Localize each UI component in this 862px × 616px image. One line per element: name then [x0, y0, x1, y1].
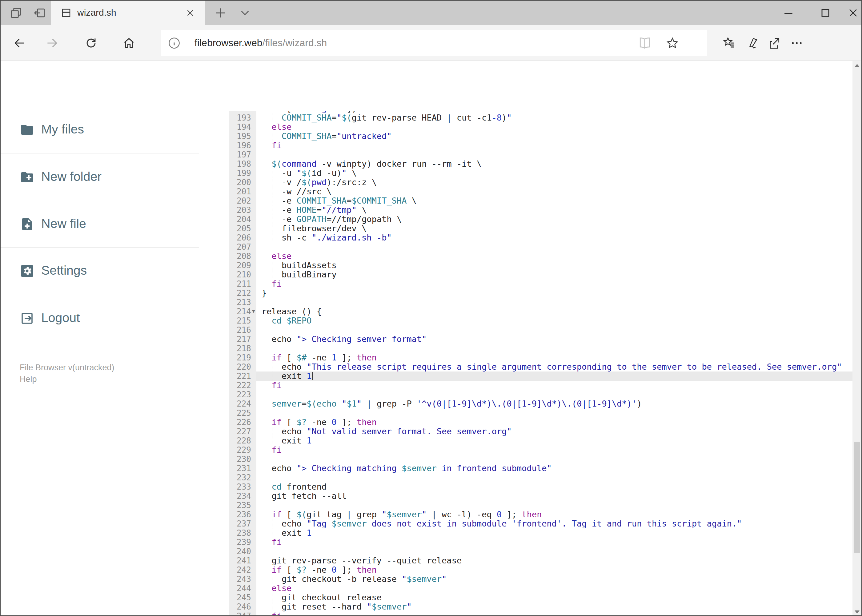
- code-line-223[interactable]: 223: [199, 390, 854, 399]
- code-text[interactable]: cd $REPO: [262, 316, 854, 325]
- code-line-225[interactable]: 225: [199, 409, 854, 418]
- code-line-241[interactable]: 241 git rev-parse --verify --quiet relea…: [199, 556, 854, 565]
- code-line-227[interactable]: 227 echo "Not valid semver format. See s…: [199, 427, 854, 436]
- share-icon[interactable]: [767, 36, 781, 50]
- tab-list-chevron-icon[interactable]: [238, 6, 252, 20]
- more-dots-icon[interactable]: [790, 36, 804, 50]
- code-text[interactable]: git checkout release: [262, 593, 854, 602]
- code-line-200[interactable]: 200 -v /$(pwd):/src:z \: [199, 178, 854, 187]
- code-line-216[interactable]: 216: [199, 325, 854, 335]
- code-line-197[interactable]: 197: [199, 150, 854, 159]
- code-text[interactable]: else: [262, 584, 854, 593]
- code-text[interactable]: }: [262, 289, 854, 298]
- code-line-237[interactable]: 237 echo "Tag $semver does not exist in …: [199, 519, 854, 528]
- minimize-icon[interactable]: [782, 6, 795, 20]
- code-text[interactable]: else: [262, 251, 854, 261]
- code-line-246[interactable]: 246 git reset --hard "$semver": [199, 602, 854, 611]
- close-tab-icon[interactable]: [185, 8, 195, 18]
- code-line-202[interactable]: 202 -e COMMIT_SHA=$COMMIT_SHA \: [199, 196, 854, 206]
- code-line-235[interactable]: 235: [199, 501, 854, 510]
- code-text[interactable]: exit 1: [262, 528, 854, 537]
- code-line-198[interactable]: 198 $(command -v winpty) docker run --rm…: [199, 159, 854, 168]
- maximize-icon[interactable]: [819, 6, 832, 20]
- code-line-245[interactable]: 245 git checkout release: [199, 593, 854, 602]
- code-text[interactable]: cd frontend: [262, 482, 854, 492]
- code-text[interactable]: filebrowser/dev \: [262, 224, 854, 233]
- code-line-193[interactable]: 193 COMMIT_SHA="$(git rev-parse HEAD | c…: [199, 113, 854, 123]
- reading-view-book-icon[interactable]: [638, 36, 651, 50]
- code-line-240[interactable]: 240: [199, 547, 854, 556]
- code-text[interactable]: git checkout -b release "$semver": [262, 575, 854, 584]
- code-text[interactable]: git reset --hard "$semver": [262, 602, 854, 611]
- scrollbar-thumb[interactable]: [854, 442, 860, 553]
- code-text[interactable]: semver=$(echo "$1" | grep -P '^v(0|[1-9]…: [262, 399, 854, 409]
- code-line-234[interactable]: 234 git fetch --all: [199, 492, 854, 501]
- code-text[interactable]: else: [262, 123, 854, 132]
- code-line-204[interactable]: 204 -e GOPATH=//tmp/gopath \: [199, 215, 854, 224]
- code-line-211[interactable]: 211 fi: [199, 279, 854, 289]
- code-line-196[interactable]: 196 fi: [199, 141, 854, 150]
- help-link[interactable]: Help: [20, 375, 37, 384]
- code-text[interactable]: if [ $? -ne 0 ]; then: [262, 565, 854, 575]
- code-text[interactable]: sh -c "./wizard.sh -b": [262, 233, 854, 242]
- code-line-238[interactable]: 238 exit 1: [199, 528, 854, 537]
- code-line-226[interactable]: 226 if [ $? -ne 0 ]; then: [199, 418, 854, 427]
- fold-marker-icon[interactable]: ▾: [252, 306, 255, 316]
- code-text[interactable]: release () {: [262, 307, 854, 316]
- code-line-199[interactable]: 199 -u "$(id -u)" \: [199, 168, 854, 178]
- code-line-230[interactable]: 230: [199, 454, 854, 464]
- page-scrollbar[interactable]: [853, 61, 861, 616]
- sidebar-item-my-files[interactable]: My files: [1, 115, 199, 145]
- code-line-214[interactable]: 214▾release () {: [199, 307, 854, 316]
- info-circle-icon[interactable]: [167, 36, 181, 50]
- code-text[interactable]: fi: [262, 381, 854, 390]
- new-tab-icon[interactable]: [214, 6, 227, 20]
- code-line-233[interactable]: 233 cd frontend: [199, 482, 854, 492]
- code-text[interactable]: fi: [262, 611, 854, 616]
- code-text[interactable]: fi: [262, 279, 854, 289]
- close-window-icon[interactable]: [846, 6, 860, 20]
- code-text[interactable]: echo "> Checking matching $semver in fro…: [262, 464, 854, 473]
- sidebar-item-new-folder[interactable]: New folder: [1, 162, 199, 192]
- code-line-243[interactable]: 243 git checkout -b release "$semver": [199, 575, 854, 584]
- code-line-212[interactable]: 212}: [199, 289, 854, 298]
- code-line-224[interactable]: 224 semver=$(echo "$1" | grep -P '^v(0|[…: [199, 399, 854, 409]
- tabs-aside-icon[interactable]: [33, 6, 46, 20]
- code-line-228[interactable]: 228 exit 1: [199, 436, 854, 445]
- code-text[interactable]: COMMIT_SHA="untracked": [262, 132, 854, 141]
- code-text[interactable]: exit 1: [262, 436, 854, 445]
- code-line-195[interactable]: 195 COMMIT_SHA="untracked": [199, 132, 854, 141]
- code-text[interactable]: echo "This release script requires a sin…: [262, 362, 854, 371]
- back-icon[interactable]: [13, 36, 27, 50]
- code-text[interactable]: git fetch --all: [262, 492, 854, 501]
- url-bar[interactable]: filebrowser.web/files/wizard.sh: [161, 30, 707, 56]
- code-text[interactable]: fi: [262, 141, 854, 150]
- code-line-201[interactable]: 201 -w //src \: [199, 187, 854, 196]
- refresh-icon[interactable]: [84, 36, 98, 50]
- code-line-231[interactable]: 231 echo "> Checking matching $semver in…: [199, 464, 854, 473]
- code-line-222[interactable]: 222 fi: [199, 381, 854, 390]
- code-text[interactable]: -v /$(pwd):/src:z \: [262, 178, 854, 187]
- code-text[interactable]: -e HOME="//tmp" \: [262, 206, 854, 215]
- code-text[interactable]: -e GOPATH=//tmp/gopath \: [262, 215, 854, 224]
- code-line-209[interactable]: 209 buildAssets: [199, 261, 854, 270]
- browser-tab[interactable]: wizard.sh: [51, 1, 205, 25]
- code-text[interactable]: git rev-parse --verify --quiet release: [262, 556, 854, 565]
- code-line-229[interactable]: 229 fi: [199, 445, 854, 454]
- code-text[interactable]: buildAssets: [262, 261, 854, 270]
- code-line-213[interactable]: 213: [199, 298, 854, 307]
- code-line-208[interactable]: 208 else: [199, 251, 854, 261]
- code-text[interactable]: if [ $? -ne 0 ]; then: [262, 418, 854, 427]
- forward-icon[interactable]: [45, 36, 59, 50]
- code-text[interactable]: exit 1: [262, 371, 854, 381]
- code-line-239[interactable]: 239 fi: [199, 537, 854, 547]
- code-text[interactable]: -u "$(id -u)" \: [262, 168, 854, 178]
- code-lines[interactable]: 192 if [ -d ".git" ]; then193 COMMIT_SHA…: [199, 111, 854, 616]
- code-text[interactable]: COMMIT_SHA="$(git rev-parse HEAD | cut -…: [262, 113, 854, 123]
- sidebar-item-logout[interactable]: Logout: [1, 303, 199, 333]
- scroll-up-icon[interactable]: [855, 64, 860, 67]
- code-line-247[interactable]: 247 fi: [199, 611, 854, 616]
- code-text[interactable]: fi: [262, 537, 854, 547]
- code-text[interactable]: $(command -v winpty) docker run --rm -it…: [262, 159, 854, 168]
- code-line-205[interactable]: 205 filebrowser/dev \: [199, 224, 854, 233]
